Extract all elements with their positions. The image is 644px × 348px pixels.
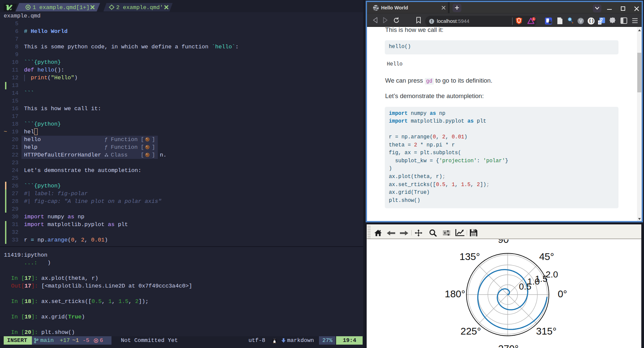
svg-text:270°: 270° [498,343,518,348]
svg-text:G: G [598,21,601,24]
svg-text:45°: 45° [539,251,554,262]
svg-text:180°: 180° [445,288,465,299]
svg-text:90°: 90° [498,240,513,245]
svg-text:225°: 225° [460,325,481,337]
svg-text:1: 1 [533,17,535,20]
svg-text:315°: 315° [536,325,556,337]
svg-text:0°: 0° [558,288,567,299]
svg-text:2.0: 2.0 [546,269,558,279]
svg-text:135°: 135° [459,251,480,262]
